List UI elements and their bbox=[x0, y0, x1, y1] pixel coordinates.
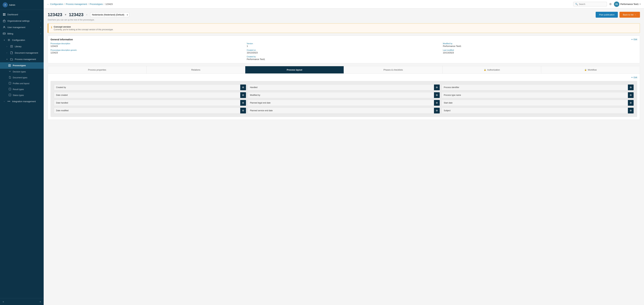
info-version-label: Version bbox=[247, 43, 441, 45]
field-handled-gear[interactable] bbox=[434, 85, 440, 90]
info-col2: Version 1 Created on 10/13/2023 Created … bbox=[247, 43, 441, 61]
tab-phases-label: Phases & checklists bbox=[384, 69, 403, 71]
field-modifiedby-gear[interactable] bbox=[434, 92, 440, 98]
sidebar-item-doc-mgmt[interactable]: › Document management bbox=[0, 50, 44, 56]
edit-link-text: Edit bbox=[634, 38, 637, 41]
page-actions: Plan publication Back to list ← bbox=[596, 12, 640, 18]
sidebar-processtypes-label: Processtypes bbox=[13, 64, 26, 67]
field-date-handled-gear[interactable] bbox=[240, 100, 246, 106]
info-version-value: 1 bbox=[247, 45, 248, 47]
sidebar-username: Admin bbox=[9, 4, 15, 6]
sidebar-item-processtypes[interactable]: Processtypes bbox=[0, 62, 44, 69]
layout-edit-label: Edit bbox=[634, 76, 637, 79]
page-header: 123423 • 123423 • Nederlands (Nederland)… bbox=[48, 12, 640, 18]
layout-field-created-by: Created by bbox=[54, 84, 246, 90]
layout-field-date-handled: Date handled bbox=[54, 100, 246, 106]
sidebar-item-process-mgmt[interactable]: ▾ Process management bbox=[0, 56, 44, 62]
svg-point-22 bbox=[242, 87, 244, 88]
field-modifiedby-label: Modified by bbox=[248, 92, 434, 98]
sidebar-item-dashboard[interactable]: Dashboard bbox=[0, 11, 44, 18]
tab-authorization[interactable]: 🔒 Authorization bbox=[442, 66, 541, 74]
svg-rect-16 bbox=[9, 82, 11, 84]
billing-chevron-icon: › bbox=[40, 33, 41, 35]
sidebar-item-integration[interactable]: › Integration management bbox=[0, 98, 44, 105]
doctype-icon bbox=[9, 76, 11, 79]
collapse-button[interactable]: » bbox=[3, 300, 4, 303]
sidebar-item-configuration[interactable]: ▾ Configuration bbox=[0, 37, 44, 43]
search-box[interactable]: 🔍 bbox=[573, 2, 607, 7]
svg-point-8 bbox=[8, 40, 10, 41]
field-subject-gear[interactable] bbox=[628, 108, 634, 113]
integration-icon bbox=[8, 100, 10, 103]
sidebar-item-library[interactable]: › Library bbox=[0, 43, 44, 50]
breadcrumb-config[interactable]: Configuration bbox=[50, 3, 63, 5]
breadcrumb-process-mgmt[interactable]: Process management bbox=[66, 3, 87, 5]
language-select[interactable]: Nederlands (Nederland) (Default) English bbox=[90, 12, 129, 17]
info-createdby-label: Created by bbox=[247, 56, 441, 58]
search-input[interactable] bbox=[579, 3, 605, 5]
info-version: Version 1 bbox=[247, 43, 441, 47]
settings-icon[interactable]: ⚙ bbox=[609, 3, 612, 6]
sidebar-item-profiles[interactable]: Profiles and layout bbox=[0, 81, 44, 86]
result-icon bbox=[9, 88, 11, 91]
page-title-text2: 123423 bbox=[69, 12, 84, 17]
field-date-modified-gear[interactable] bbox=[240, 108, 246, 113]
field-process-type-name-gear[interactable] bbox=[628, 92, 634, 98]
tab-relations[interactable]: Relations bbox=[146, 66, 245, 74]
field-planned-service-label: Planned service end date bbox=[248, 108, 434, 113]
tab-workflow[interactable]: 🔒 Workflow bbox=[541, 66, 640, 74]
sidebar-item-result-types[interactable]: Result types bbox=[0, 86, 44, 92]
sidebar-item-document-types[interactable]: Document types bbox=[0, 75, 44, 81]
field-handled-label: Handled bbox=[248, 85, 434, 90]
field-start-date-gear[interactable] bbox=[628, 100, 634, 106]
plan-publication-button[interactable]: Plan publication bbox=[596, 12, 618, 18]
tab-workflow-label: Workflow bbox=[588, 69, 597, 71]
tab-process-layout-label: Process layout bbox=[287, 69, 302, 71]
billing-icon bbox=[3, 32, 6, 35]
svg-point-28 bbox=[242, 103, 244, 103]
field-planned-service-gear[interactable] bbox=[434, 108, 440, 113]
field-planned-legal-gear[interactable] bbox=[434, 100, 440, 106]
layout-field-start-date: Start date bbox=[442, 100, 634, 106]
user-badge[interactable]: PE Performance Test1 ▾ bbox=[614, 2, 641, 7]
sidebar-item-billing[interactable]: Billing › bbox=[0, 31, 44, 37]
layout-field-subject: Subject bbox=[442, 108, 634, 114]
sidebar-result-label: Result types bbox=[13, 88, 24, 91]
user-initials: PE bbox=[616, 3, 618, 5]
sidebar-collapse-left[interactable]: « bbox=[40, 300, 41, 303]
svg-rect-17 bbox=[9, 88, 11, 90]
sidebar-item-status-types[interactable]: Status types bbox=[0, 92, 44, 98]
tab-content-header: ✏ Edit bbox=[50, 76, 637, 79]
sidebar-item-user-mgmt[interactable]: User management › bbox=[0, 24, 44, 31]
process-folder-icon bbox=[10, 58, 13, 61]
info-last-modified: Last modified 10/13/2023 bbox=[443, 49, 637, 54]
card-header: General information ✏ Edit bbox=[48, 36, 640, 43]
library-chevron-icon: › bbox=[5, 45, 8, 48]
field-process-id-gear[interactable] bbox=[628, 85, 634, 90]
field-created-by-gear[interactable] bbox=[240, 85, 246, 90]
back-arrow-icon[interactable]: ← bbox=[47, 3, 49, 5]
info-createdon-label: Created on bbox=[247, 49, 441, 51]
general-info-edit-link[interactable]: ✏ Edit bbox=[631, 38, 637, 41]
language-selector-wrap: Nederlands (Nederland) (Default) English bbox=[90, 12, 129, 17]
sidebar-item-org[interactable]: Organizational settings › bbox=[0, 18, 44, 24]
svg-rect-6 bbox=[3, 33, 5, 35]
breadcrumb-processtypes[interactable]: Processtypes bbox=[90, 3, 103, 5]
search-icon: 🔍 bbox=[575, 3, 578, 5]
layout-field-handled: Handled bbox=[248, 84, 440, 90]
svg-point-26 bbox=[436, 95, 437, 96]
sidebar-item-decision-types[interactable]: Decision types bbox=[0, 69, 44, 75]
topbar: ← Configuration / Process management / P… bbox=[44, 0, 644, 9]
breadcrumb-sep1: / bbox=[64, 3, 65, 5]
tab-process-layout[interactable]: Process layout bbox=[245, 66, 344, 74]
back-to-list-button[interactable]: Back to list ← bbox=[620, 12, 640, 18]
svg-point-31 bbox=[242, 110, 244, 111]
field-date-created-gear[interactable] bbox=[240, 92, 246, 98]
layout-edit-pencil-icon: ✏ bbox=[631, 76, 633, 79]
svg-point-29 bbox=[436, 103, 437, 103]
layout-edit-link[interactable]: ✏ Edit bbox=[631, 76, 637, 79]
info-lastmod-value: 10/13/2023 bbox=[443, 52, 454, 54]
tab-phases-checklists[interactable]: Phases & checklists bbox=[344, 66, 442, 74]
tab-process-properties[interactable]: Process properties bbox=[48, 66, 146, 74]
concept-content: Concept version Currently, you're lookin… bbox=[54, 26, 114, 31]
